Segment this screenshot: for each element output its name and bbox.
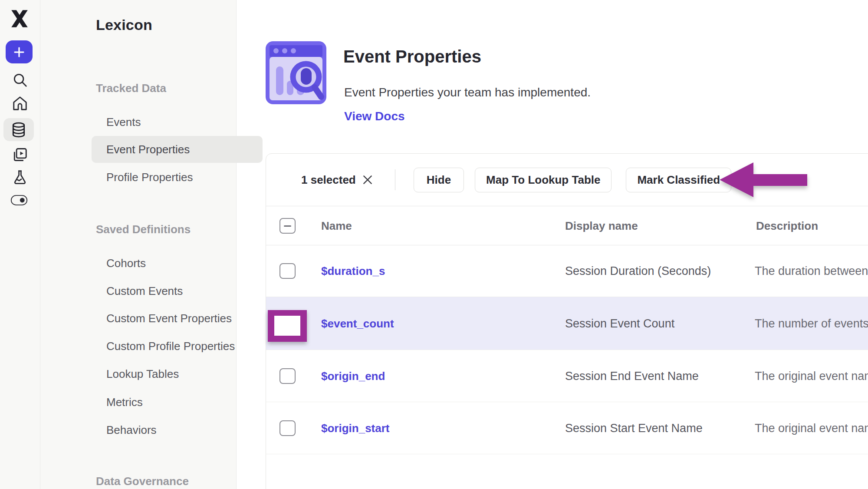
section-tracked-data: Tracked Data: [96, 79, 166, 97]
plus-icon: [13, 46, 26, 59]
table-row-selected[interactable]: $event_count Session Event Count The num…: [266, 297, 868, 350]
sidebar-item-behaviors[interactable]: Behaviors: [106, 421, 157, 439]
toggle-icon[interactable]: [10, 192, 28, 209]
annotation-highlight-box: [268, 310, 307, 342]
column-header-description[interactable]: Description: [756, 219, 818, 232]
indeterminate-mark: [284, 225, 291, 227]
property-display-name: Session Start Event Name: [565, 421, 703, 435]
sidebar-item-event-properties-label[interactable]: Event Properties: [106, 141, 190, 158]
table-row[interactable]: $origin_end Session End Event Name The o…: [266, 350, 868, 402]
selection-toolbar: 1 selected Hide Map To Lookup Table Mark…: [266, 154, 868, 206]
sidebar-item-custom-events[interactable]: Custom Events: [106, 282, 183, 300]
select-all-checkbox[interactable]: [279, 218, 296, 234]
selected-count: 1 selected: [301, 173, 356, 187]
table-row[interactable]: $origin_start Session Start Event Name T…: [266, 402, 868, 454]
icon-rail: [0, 0, 40, 489]
event-properties-table-card: 1 selected Hide Map To Lookup Table Mark…: [266, 153, 868, 489]
toolbar-divider: [395, 169, 395, 190]
sidebar-item-profile-properties[interactable]: Profile Properties: [106, 169, 193, 186]
sidebar-item-events[interactable]: Events: [106, 113, 141, 131]
sidebar-item-custom-event-properties[interactable]: Custom Event Properties: [106, 310, 232, 327]
row-checkbox[interactable]: [279, 368, 296, 384]
sidebar-item-custom-profile-properties[interactable]: Custom Profile Properties: [106, 337, 235, 355]
section-saved-definitions: Saved Definitions: [96, 221, 191, 238]
map-to-lookup-table-button[interactable]: Map To Lookup Table: [475, 168, 612, 192]
table-row[interactable]: $duration_s Session Duration (Seconds) T…: [266, 245, 868, 297]
mixpanel-logo-icon[interactable]: [10, 9, 30, 28]
database-icon: [10, 122, 27, 138]
data-management-selected[interactable]: [3, 118, 34, 141]
table-header-row: Name Display name Description: [266, 206, 868, 245]
view-docs-link[interactable]: View Docs: [344, 109, 405, 123]
page-subtitle: Event Properties your team has implement…: [344, 86, 591, 99]
property-display-name: Session End Event Name: [565, 369, 699, 383]
mark-classified-button[interactable]: Mark Classified: [626, 168, 731, 192]
section-data-governance: Data Governance: [96, 472, 189, 489]
hide-button[interactable]: Hide: [414, 168, 464, 192]
property-name-link[interactable]: $origin_end: [321, 369, 385, 383]
page-title: Event Properties: [343, 47, 481, 66]
lexicon-app: Lexicon Tracked Data Events Event Proper…: [0, 0, 868, 489]
experiments-flask-icon[interactable]: [11, 169, 29, 186]
property-description: The duration between: [755, 264, 868, 278]
property-name-link[interactable]: $origin_start: [321, 421, 390, 435]
search-icon[interactable]: [11, 71, 29, 89]
property-description: The number of events: [755, 317, 868, 330]
sidebar-item-lookup-tables[interactable]: Lookup Tables: [106, 365, 179, 383]
annotation-highlight-box-inner: [274, 316, 300, 336]
event-properties-illustration-icon: [266, 41, 326, 104]
property-description: The original event nam: [755, 421, 868, 435]
home-icon[interactable]: [11, 95, 29, 112]
boards-icon[interactable]: [11, 146, 29, 163]
property-description: The original event nam: [755, 369, 868, 383]
column-header-display-name[interactable]: Display name: [565, 219, 638, 232]
sidebar-item-metrics[interactable]: Metrics: [106, 393, 143, 411]
property-display-name: Session Duration (Seconds): [565, 264, 711, 278]
lexicon-sidebar: Lexicon Tracked Data Events Event Proper…: [40, 0, 237, 489]
sidebar-title: Lexicon: [96, 17, 152, 33]
create-new-button[interactable]: [6, 40, 33, 63]
property-display-name: Session Event Count: [565, 317, 674, 330]
sidebar-item-cohorts[interactable]: Cohorts: [106, 254, 146, 272]
row-checkbox[interactable]: [279, 263, 296, 279]
property-name-link[interactable]: $event_count: [321, 317, 394, 330]
property-name-link[interactable]: $duration_s: [321, 264, 385, 278]
row-checkbox[interactable]: [279, 420, 296, 436]
column-header-name[interactable]: Name: [321, 219, 352, 232]
clear-selection-close-icon[interactable]: [362, 174, 373, 185]
